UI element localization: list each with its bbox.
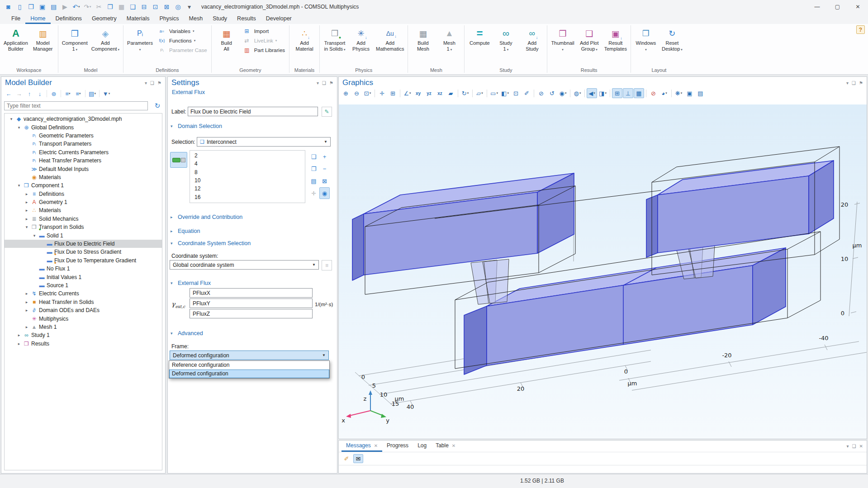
move-up-icon[interactable]: ↑: [25, 89, 34, 98]
windows-button[interactable]: ❐Windows ▾: [633, 24, 659, 66]
zoom-extents-icon[interactable]: ⊞: [388, 88, 398, 98]
close-button[interactable]: ✕: [848, 0, 868, 14]
close-icon[interactable]: ✕: [452, 443, 455, 448]
show-grid-icon[interactable]: ▦: [634, 88, 644, 98]
tree-item-flux-due-to-electric-field[interactable]: ▬Flux Due to Electric Field: [5, 240, 162, 248]
select-object-icon[interactable]: ◧▾: [500, 88, 510, 98]
section-external-flux[interactable]: ▾ External Flux: [171, 280, 211, 286]
deselect-icon[interactable]: ⊠: [161, 2, 172, 12]
tree-item-materials[interactable]: ▸∴Materials: [5, 206, 162, 214]
expanded-icon[interactable]: ▾: [16, 125, 22, 130]
paste-selection-icon[interactable]: ▤: [308, 175, 319, 187]
import-button[interactable]: ⊞Import: [240, 27, 287, 35]
add-to-selection-icon[interactable]: +: [319, 151, 330, 162]
collapsed-icon[interactable]: ▸: [24, 308, 30, 313]
redo-icon[interactable]: ↷▾: [82, 2, 93, 12]
component-1-button[interactable]: ❒Component1 ▾: [61, 24, 89, 66]
variables-button[interactable]: a=Variables▾: [155, 27, 209, 35]
build-mesh-button[interactable]: ▦BuildMesh: [410, 24, 436, 66]
section-advanced[interactable]: ▾ Advanced: [171, 330, 203, 336]
domain-list-item[interactable]: 2: [190, 152, 305, 160]
tree-item-geometric-parameters[interactable]: PᵢGeometric Parameters: [5, 132, 162, 140]
tree-item-vacancyelectromigration3dmodelmph[interactable]: ▾◆vacancy_electromigration_3Dmodel.mph: [5, 115, 162, 123]
clear-messages-icon[interactable]: ✐: [342, 454, 351, 463]
tab-log[interactable]: Log: [413, 441, 431, 452]
paste-icon[interactable]: ▦: [116, 2, 127, 12]
add-physics-button[interactable]: ✳↓AddPhysics: [348, 24, 374, 66]
overflow-icon[interactable]: ▾: [184, 2, 195, 12]
camera-projection-icon[interactable]: ▰: [446, 88, 456, 98]
tab-geometry[interactable]: Geometry: [87, 14, 122, 24]
tree-item-study-1[interactable]: ▸∞Study 1: [5, 331, 162, 339]
frame-option-reference-configuration[interactable]: Reference configuration: [169, 361, 329, 370]
show-axes-icon[interactable]: ⊥: [623, 88, 633, 98]
work-plane-icon[interactable]: ▱▾: [474, 88, 485, 98]
tree-item-source-1[interactable]: ▬Source 1: [5, 281, 162, 289]
compute-button[interactable]: =Compute: [467, 24, 492, 66]
zoom-box-icon[interactable]: ⊡▾: [362, 88, 373, 98]
tab-study[interactable]: Study: [208, 14, 232, 24]
add-study-button[interactable]: ∞↓AddStudy: [519, 24, 545, 66]
label-input[interactable]: Flux Due to Electric Field: [188, 107, 318, 116]
collapsed-icon[interactable]: ▸: [24, 300, 30, 304]
part-libraries-button[interactable]: ▥Part Libraries: [240, 46, 287, 54]
tree-item-mesh-1[interactable]: ▸▲Mesh 1: [5, 323, 162, 331]
tree-item-solid-mechanics[interactable]: ▸≣Solid Mechanics: [5, 215, 162, 223]
tree-item-results[interactable]: ▸❒Results: [5, 340, 162, 348]
tab-mesh[interactable]: Mesh: [184, 14, 208, 24]
forward-icon[interactable]: →: [14, 89, 24, 98]
tree-item-transport-parameters[interactable]: PᵢTransport Parameters: [5, 140, 162, 148]
tree-item-solid-1[interactable]: ▾▬Solid 1: [5, 231, 162, 239]
create-selection-icon[interactable]: ❑: [308, 151, 319, 162]
functions-button[interactable]: f(x)Functions▾: [155, 37, 209, 44]
new-icon[interactable]: ▯: [14, 2, 25, 12]
domain-list-item[interactable]: 4: [190, 160, 305, 168]
tab-table[interactable]: Table✕: [431, 441, 460, 452]
graphics-canvas[interactable]: 05101540200µmµmzxy20100µm-40-20: [339, 104, 867, 439]
tree-item-multiphysics[interactable]: ✳Multiphysics: [5, 314, 162, 322]
tree-item-definitions[interactable]: ▸≡Definitions: [5, 190, 162, 198]
collapse-all-icon[interactable]: ≡▾: [74, 89, 83, 98]
frame-option-deformed-configuration[interactable]: Deformed configuration: [169, 370, 329, 378]
tree-item-default-model-inputs[interactable]: ≫Default Model Inputs: [5, 165, 162, 173]
tab-home[interactable]: Home: [25, 14, 50, 24]
zoom-out-icon[interactable]: ⊖: [351, 88, 362, 98]
collapsed-icon[interactable]: ▸: [24, 208, 30, 213]
tab-physics[interactable]: Physics: [154, 14, 184, 24]
panel-menu-icon[interactable]: ▾: [847, 444, 849, 449]
section-override[interactable]: ▸ Override and Contribution: [171, 214, 242, 220]
model-tree-node-text-icon[interactable]: ▤▾: [88, 89, 97, 98]
comsol-logo-icon[interactable]: ◙: [3, 2, 14, 12]
run-icon[interactable]: ▶: [59, 2, 71, 12]
panel-float-icon[interactable]: ❑: [150, 81, 154, 85]
tree-item-no-flux-1[interactable]: ▬No Flux 1: [5, 265, 162, 273]
parameters-button[interactable]: PᵢParameters ▾: [126, 24, 154, 66]
open-in-window-icon[interactable]: ✉: [353, 454, 363, 463]
domain-list-item[interactable]: 16: [190, 193, 305, 201]
parameter-case-button[interactable]: PᵢParameter Case: [155, 46, 209, 54]
rename-icon[interactable]: ✎: [322, 107, 332, 117]
panel-pin-icon[interactable]: ⚑: [859, 81, 863, 85]
select-box-icon[interactable]: ⊡: [150, 2, 161, 12]
expand-all-icon[interactable]: ≡▾: [63, 89, 72, 98]
domain-selection-list[interactable]: 248101216: [190, 150, 305, 203]
duplicate-icon[interactable]: ❑: [127, 2, 138, 12]
tab-materials[interactable]: Materials: [122, 14, 155, 24]
scene-light-icon[interactable]: ❋▾: [674, 88, 684, 98]
undo-icon[interactable]: ↶▾: [71, 2, 82, 12]
minimize-button[interactable]: —: [807, 0, 827, 14]
active-selection-toggle[interactable]: [170, 152, 187, 168]
flux-x-field[interactable]: PFluxX: [190, 288, 313, 298]
tree-item-transport-in-solids[interactable]: ▾❒●Transport in Solids: [5, 223, 162, 231]
save-icon[interactable]: ▣: [37, 2, 48, 12]
tree-item-initial-values-1[interactable]: ▬Initial Values 1: [5, 273, 162, 281]
section-domain-selection[interactable]: ▾ Domain Selection: [171, 123, 222, 129]
cut-icon[interactable]: ✂: [93, 2, 104, 12]
tab-file[interactable]: File: [6, 14, 25, 24]
thumbnail-button[interactable]: ❒Thumbnail ▾: [550, 24, 575, 66]
snapshot-icon[interactable]: ▣: [684, 88, 695, 98]
maximize-button[interactable]: ▢: [827, 0, 848, 14]
reset-hiding-icon[interactable]: ↺: [547, 88, 557, 98]
view-hidden-icon[interactable]: ◉▾: [558, 88, 568, 98]
panel-float-icon[interactable]: ❑: [852, 81, 856, 85]
